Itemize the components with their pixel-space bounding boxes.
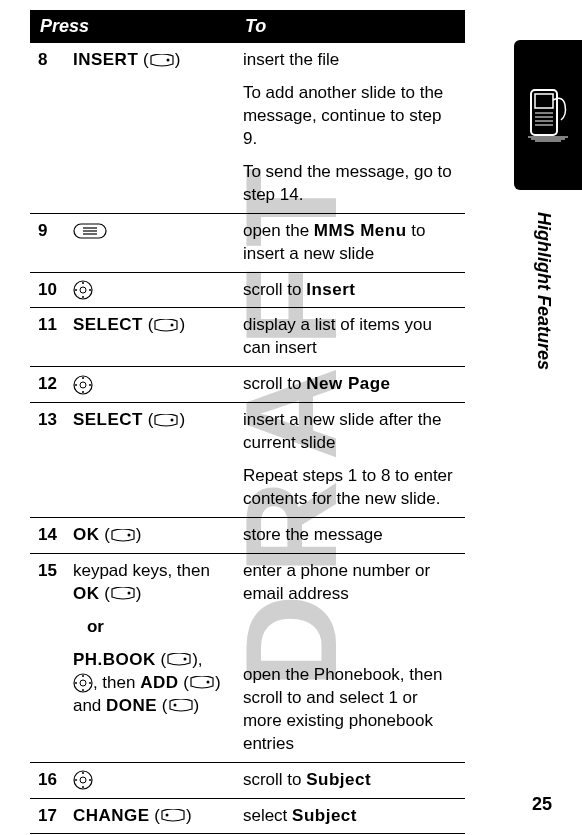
subject-label: Subject xyxy=(292,806,357,825)
nav-key-icon xyxy=(73,375,93,395)
to-cell: scroll to Subject xyxy=(235,762,465,798)
svg-point-40 xyxy=(75,779,77,781)
to-cell: insert the file To add another slide to … xyxy=(235,43,465,213)
svg-point-21 xyxy=(82,391,84,393)
table-row: 8 INSERT () insert the file To add anoth… xyxy=(30,43,465,213)
press-cell: SELECT () xyxy=(65,308,235,367)
to-text: open the Phonebook, then scroll to and s… xyxy=(243,664,457,756)
table-row: 10 scroll to Insert xyxy=(30,272,465,308)
menu-key-icon xyxy=(73,223,107,239)
to-text: To send the message, go to step 14. xyxy=(243,161,457,207)
nav-key-icon xyxy=(73,673,93,693)
insert-label: INSERT xyxy=(73,50,138,69)
svg-point-20 xyxy=(82,377,84,379)
new-page-label: New Page xyxy=(306,374,390,393)
to-text: Repeat steps 1 to 8 to enter contents fo… xyxy=(243,465,457,511)
svg-point-42 xyxy=(165,814,168,817)
left-soft-key-icon xyxy=(160,809,186,823)
svg-point-17 xyxy=(171,323,174,326)
press-text: , then xyxy=(93,673,140,692)
svg-point-15 xyxy=(75,289,77,291)
to-text: scroll to xyxy=(243,374,306,393)
step-number: 15 xyxy=(30,553,65,762)
svg-point-39 xyxy=(82,786,84,788)
right-soft-key-icon xyxy=(149,54,175,68)
press-cell: keypad keys, then OK () or PH.BOOK (), ,… xyxy=(65,553,235,762)
to-cell: select Subject xyxy=(235,798,465,834)
table-header-row: Press To xyxy=(30,10,465,43)
mms-menu-label: MMS Menu xyxy=(314,221,407,240)
to-cell: scroll to New Page xyxy=(235,367,465,403)
to-text: insert a new slide after the current sli… xyxy=(243,409,457,455)
right-soft-key-icon xyxy=(189,676,215,690)
table-row: 15 keypad keys, then OK () or PH.BOOK ()… xyxy=(30,553,465,762)
step-number: 9 xyxy=(30,213,65,272)
svg-point-27 xyxy=(184,658,187,661)
step-number: 8 xyxy=(30,43,65,213)
subject-label: Subject xyxy=(306,770,371,789)
right-soft-key-icon xyxy=(153,414,179,428)
main-content: Press To 8 INSERT () insert the file To … xyxy=(0,0,495,835)
table-row: 12 scroll to New Page xyxy=(30,367,465,403)
to-text: enter a phone number or email address xyxy=(243,560,457,606)
svg-point-22 xyxy=(75,384,77,386)
table-row: 13 SELECT () insert a new slide after th… xyxy=(30,403,465,518)
to-cell: store the message xyxy=(235,518,465,554)
press-cell xyxy=(65,272,235,308)
ok-label: OK xyxy=(73,584,100,603)
nav-key-icon xyxy=(73,280,93,300)
instructions-table: Press To 8 INSERT () insert the file To … xyxy=(30,10,465,834)
nav-key-icon xyxy=(73,770,93,790)
to-cell: open the MMS Menu to insert a new slide xyxy=(235,213,465,272)
section-label: Highlight Features xyxy=(533,212,554,370)
to-text: scroll to xyxy=(243,280,306,299)
svg-point-14 xyxy=(82,296,84,298)
step-number: 16 xyxy=(30,762,65,798)
or-separator: or xyxy=(87,616,227,639)
press-cell xyxy=(65,762,235,798)
step-number: 13 xyxy=(30,403,65,518)
to-cell: enter a phone number or email address op… xyxy=(235,553,465,762)
done-label: DONE xyxy=(106,696,157,715)
svg-rect-1 xyxy=(535,94,553,108)
to-cell: scroll to Insert xyxy=(235,272,465,308)
table-row: 14 OK () store the message xyxy=(30,518,465,554)
svg-point-13 xyxy=(82,282,84,284)
phone-device-icon xyxy=(523,85,573,145)
to-text: select xyxy=(243,806,292,825)
sidebar-black-box xyxy=(514,40,582,190)
header-to: To xyxy=(235,10,465,43)
to-cell: insert a new slide after the current sli… xyxy=(235,403,465,518)
svg-point-31 xyxy=(82,689,84,691)
svg-point-35 xyxy=(173,704,176,707)
svg-point-16 xyxy=(89,289,91,291)
table-row: 9 open the MMS Menu to insert a new slid… xyxy=(30,213,465,272)
table-row: 16 scroll to Subject xyxy=(30,762,465,798)
svg-point-32 xyxy=(75,682,77,684)
right-soft-key-icon xyxy=(166,653,192,667)
step-number: 10 xyxy=(30,272,65,308)
left-soft-key-icon xyxy=(168,699,194,713)
svg-point-34 xyxy=(206,681,209,684)
to-text: To add another slide to the message, con… xyxy=(243,82,457,151)
svg-point-23 xyxy=(89,384,91,386)
svg-point-12 xyxy=(80,287,86,293)
right-soft-key-icon xyxy=(153,319,179,333)
press-cell: OK () xyxy=(65,518,235,554)
to-text: scroll to xyxy=(243,770,306,789)
to-cell: display a list of items you can insert xyxy=(235,308,465,367)
to-text: open the xyxy=(243,221,314,240)
phbook-label: PH.BOOK xyxy=(73,650,156,669)
insert-option-label: Insert xyxy=(306,280,355,299)
press-cell: SELECT () xyxy=(65,403,235,518)
press-cell: INSERT () xyxy=(65,43,235,213)
right-soft-key-icon xyxy=(110,529,136,543)
svg-point-29 xyxy=(80,680,86,686)
step-number: 12 xyxy=(30,367,65,403)
svg-point-30 xyxy=(82,675,84,677)
right-soft-key-icon xyxy=(110,587,136,601)
press-cell: CHANGE () xyxy=(65,798,235,834)
svg-point-26 xyxy=(127,592,130,595)
step-number: 11 xyxy=(30,308,65,367)
svg-point-24 xyxy=(171,418,174,421)
